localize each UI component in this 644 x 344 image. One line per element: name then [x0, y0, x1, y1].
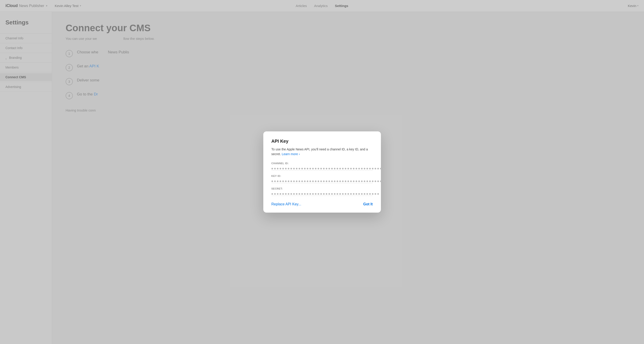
password-dot [369, 168, 371, 170]
password-dot [350, 180, 352, 182]
channel-id-label: CHANNEL ID: [272, 162, 373, 165]
password-dot [353, 168, 354, 170]
password-dot [301, 180, 303, 182]
password-dot [280, 193, 281, 195]
password-dot [369, 193, 371, 195]
password-dot [334, 180, 336, 182]
password-dot [380, 180, 382, 182]
modal-title: API Key [272, 139, 373, 144]
password-dot [312, 168, 314, 170]
password-dot [274, 180, 276, 182]
password-dot [307, 168, 308, 170]
password-dot [272, 168, 273, 170]
password-dot [328, 168, 330, 170]
password-dot [323, 180, 324, 182]
password-dot [315, 168, 316, 170]
password-dot [350, 193, 352, 195]
password-dot [277, 193, 278, 195]
password-dot [298, 168, 300, 170]
password-dot [272, 193, 273, 195]
password-dot [377, 180, 379, 182]
password-dot [293, 193, 295, 195]
password-dot [280, 168, 281, 170]
modal-footer: Replace API Key... Got It [272, 202, 373, 206]
password-dot [312, 180, 314, 182]
password-dot [323, 193, 324, 195]
password-dot [312, 193, 314, 195]
password-dot [339, 193, 341, 195]
password-dot [282, 168, 284, 170]
password-dot [358, 180, 360, 182]
password-dot [369, 180, 371, 182]
password-dot [374, 180, 376, 182]
password-dot [372, 193, 374, 195]
password-dot [383, 168, 384, 170]
password-dot [328, 180, 330, 182]
password-dot [323, 168, 324, 170]
password-dot [285, 193, 286, 195]
password-dot [304, 180, 306, 182]
password-dot [345, 193, 346, 195]
password-dot [331, 168, 333, 170]
learn-more-link[interactable]: Learn more › [282, 152, 300, 156]
password-dot [326, 180, 327, 182]
password-dot [336, 193, 338, 195]
password-dot [358, 168, 360, 170]
secret-dots[interactable] [272, 191, 373, 196]
password-dot [296, 168, 298, 170]
password-dot [372, 180, 374, 182]
password-dot [320, 180, 322, 182]
password-dot [331, 193, 333, 195]
password-dot [356, 180, 357, 182]
password-dot [364, 180, 365, 182]
password-dot [310, 168, 311, 170]
password-dot [272, 180, 273, 182]
replace-api-key-button[interactable]: Replace API Key... [272, 202, 301, 206]
password-dot [307, 180, 308, 182]
password-dot [356, 193, 357, 195]
password-dot [358, 193, 360, 195]
key-id-dots[interactable] [272, 179, 373, 183]
password-dot [277, 168, 278, 170]
password-dot [315, 193, 316, 195]
password-dot [353, 180, 354, 182]
password-dot [274, 168, 276, 170]
channel-id-field: CHANNEL ID: [272, 162, 373, 170]
password-dot [277, 180, 278, 182]
password-dot [285, 168, 286, 170]
password-dot [304, 193, 306, 195]
password-dot [377, 193, 379, 195]
api-key-modal: API Key To use the Apple News API, you'l… [263, 132, 381, 212]
got-it-button[interactable]: Got It [363, 202, 373, 206]
password-dot [310, 180, 311, 182]
password-dot [336, 180, 338, 182]
password-dot [320, 168, 322, 170]
password-dot [290, 180, 292, 182]
password-dot [345, 168, 346, 170]
password-dot [290, 193, 292, 195]
password-dot [315, 180, 316, 182]
password-dot [366, 168, 368, 170]
channel-id-dots[interactable] [272, 166, 373, 170]
password-dot [348, 193, 349, 195]
password-dot [288, 168, 289, 170]
password-dot [356, 168, 357, 170]
password-dot [334, 193, 336, 195]
password-dot [383, 180, 384, 182]
password-dot [331, 180, 333, 182]
password-dot [364, 168, 365, 170]
modal-description: To use the Apple News API, you'll need a… [272, 147, 373, 156]
password-dot [318, 180, 319, 182]
password-dot [353, 193, 354, 195]
password-dot [293, 168, 295, 170]
password-dot [301, 168, 303, 170]
password-dot [301, 193, 303, 195]
password-dot [290, 168, 292, 170]
password-dot [318, 193, 319, 195]
password-dot [348, 180, 349, 182]
password-dot [298, 193, 300, 195]
secret-label: SECRET: [272, 187, 373, 190]
password-dot [361, 193, 362, 195]
password-dot [348, 168, 349, 170]
password-dot [339, 168, 341, 170]
